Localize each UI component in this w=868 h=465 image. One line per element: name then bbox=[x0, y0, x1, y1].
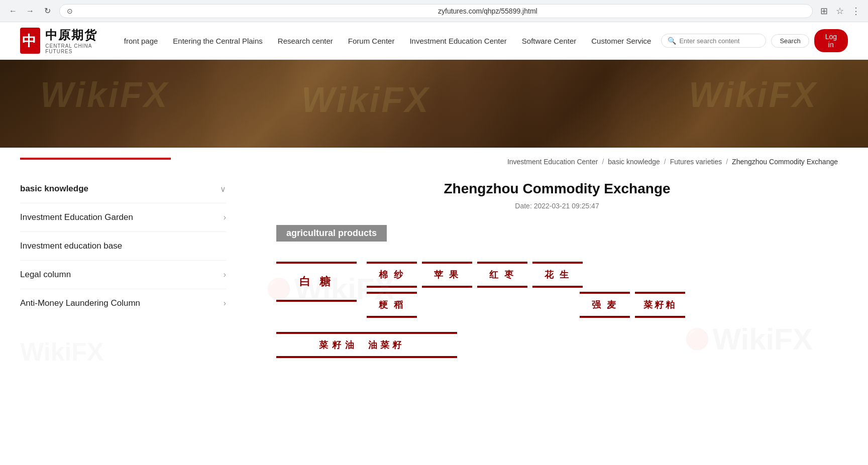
search-input[interactable] bbox=[679, 37, 759, 45]
breadcrumb-basic-knowledge[interactable]: basic knowledge bbox=[608, 158, 660, 166]
product-row-1: 棉 纱 苹 果 红 枣 花 生 bbox=[367, 262, 838, 288]
sidebar-label-basic-knowledge: basic knowledge bbox=[20, 184, 88, 194]
product-card-jingdao: 粳 稻 bbox=[367, 292, 417, 318]
nav-front-page[interactable]: front page bbox=[124, 37, 158, 45]
product-text-huasheng: 花 生 bbox=[545, 269, 571, 281]
nav-investment-education[interactable]: Investment Education Center bbox=[409, 37, 506, 45]
translate-icon[interactable]: ⊞ bbox=[818, 5, 830, 17]
browser-nav-buttons: ← → ↻ bbox=[6, 4, 54, 18]
sidebar-item-investment-garden[interactable]: Investment Education Garden › bbox=[20, 203, 226, 232]
search-button[interactable]: Search bbox=[771, 34, 809, 48]
sidebar-item-investment-base[interactable]: Investment education base bbox=[20, 232, 226, 261]
product-card-pingguo: 苹 果 bbox=[422, 262, 472, 288]
bookmark-icon[interactable]: ☆ bbox=[834, 5, 846, 17]
login-button[interactable]: Log in bbox=[814, 29, 848, 52]
menu-icon[interactable]: ⋮ bbox=[850, 5, 862, 17]
chevron-down-icon: ∨ bbox=[220, 184, 226, 194]
content-watermark-area: 🔴 WikiFX 🔴 WikiFX 白 糖 棉 bbox=[276, 262, 838, 358]
back-button[interactable]: ← bbox=[6, 4, 20, 18]
svg-text:中: 中 bbox=[22, 33, 36, 49]
nav-customer-service[interactable]: Customer Service bbox=[591, 37, 651, 45]
nav-forum[interactable]: Forum Center bbox=[348, 37, 395, 45]
hero-banner: WikiFX WikiFX WikiFX bbox=[0, 60, 868, 148]
chevron-right-icon: › bbox=[224, 213, 226, 222]
chevron-right-icon-legal: › bbox=[224, 270, 226, 279]
breadcrumb-sep-3: / bbox=[726, 158, 728, 166]
search-box: 🔍 bbox=[661, 34, 766, 48]
product-text-hongzao: 红 枣 bbox=[489, 269, 516, 281]
product-text-miansha: 棉 纱 bbox=[379, 269, 405, 281]
search-area: 🔍 Search Log in bbox=[661, 29, 848, 52]
product-bottom-row: 菜籽油 油菜籽 bbox=[276, 332, 838, 358]
main-nav: front page Entering the Central Plains R… bbox=[124, 37, 652, 45]
reload-button[interactable]: ↻ bbox=[40, 4, 54, 18]
sidebar-label-investment-garden: Investment Education Garden bbox=[20, 212, 133, 222]
url-text: zyfutures.com/qhpz/55899.jhtml bbox=[438, 7, 805, 15]
product-card-huasheng: 花 生 bbox=[532, 262, 583, 288]
product-grid: 白 糖 棉 纱 苹 果 红 枣 bbox=[276, 262, 838, 322]
sidebar-item-anti-money[interactable]: Anti-Money Laundering Column › bbox=[20, 289, 226, 317]
sidebar-item-legal[interactable]: Legal column › bbox=[20, 261, 226, 289]
logo-area: 中 中原期货 CENTRAL CHINA FUTURES bbox=[20, 27, 104, 54]
product-col-left: 白 糖 bbox=[276, 262, 357, 322]
nav-research[interactable]: Research center bbox=[278, 37, 333, 45]
product-card-caiziyou: 菜籽油 油菜籽 bbox=[276, 332, 457, 358]
product-text-caiziyou: 菜籽油 bbox=[319, 339, 358, 351]
browser-bar: ← → ↻ ⊙ zyfutures.com/qhpz/55899.jhtml ⊞… bbox=[0, 0, 868, 22]
product-text-pingguo: 苹 果 bbox=[434, 269, 461, 281]
site-header: 中 中原期货 CENTRAL CHINA FUTURES front page … bbox=[0, 22, 868, 60]
main-layout: basic knowledge ∨ Investment Education G… bbox=[0, 148, 868, 449]
logo-en: CENTRAL CHINA FUTURES bbox=[45, 43, 104, 54]
sidebar-item-basic-knowledge[interactable]: basic knowledge ∨ bbox=[20, 175, 226, 203]
logo-cn: 中原期货 bbox=[45, 27, 104, 43]
article-title: Zhengzhou Commodity Exchange bbox=[276, 181, 838, 197]
product-card-hongzao: 红 枣 bbox=[477, 262, 527, 288]
product-card-qiangmai: 强 麦 bbox=[580, 292, 630, 318]
sidebar-red-line bbox=[20, 158, 171, 160]
breadcrumb-current: Zhengzhou Commodity Exchange bbox=[732, 158, 838, 166]
agricultural-section: agricultural products bbox=[276, 225, 838, 252]
breadcrumb: Investment Education Center / basic know… bbox=[276, 158, 838, 166]
sidebar-label-legal: Legal column bbox=[20, 270, 71, 280]
product-card-miansha: 棉 纱 bbox=[367, 262, 417, 288]
sidebar-watermarks: WikiFX bbox=[20, 337, 226, 367]
nav-software[interactable]: Software Center bbox=[522, 37, 576, 45]
sidebar-label-anti-money: Anti-Money Laundering Column bbox=[20, 298, 140, 308]
product-card-baitan: 白 糖 bbox=[276, 262, 357, 302]
content-area: Investment Education Center / basic know… bbox=[246, 148, 868, 449]
address-bar[interactable]: ⊙ zyfutures.com/qhpz/55899.jhtml bbox=[59, 4, 813, 18]
logo-text: 中原期货 CENTRAL CHINA FUTURES bbox=[45, 27, 104, 54]
forward-button[interactable]: → bbox=[23, 4, 37, 18]
section-label-agricultural: agricultural products bbox=[276, 225, 387, 242]
product-row-2: 粳 稻 强 麦 菜籽粕 bbox=[367, 292, 838, 318]
product-card-caizibo: 菜籽粕 bbox=[635, 292, 685, 318]
product-text-caizibo: 菜籽粕 bbox=[643, 299, 677, 311]
breadcrumb-investment-center[interactable]: Investment Education Center bbox=[507, 158, 598, 166]
product-text-baitan: 白 糖 bbox=[299, 274, 334, 289]
product-text-jingdao: 粳 稻 bbox=[379, 299, 405, 311]
article-date: Date: 2022-03-21 09:25:47 bbox=[276, 202, 838, 210]
sidebar-label-investment-base: Investment education base bbox=[20, 241, 122, 251]
nav-entering[interactable]: Entering the Central Plains bbox=[173, 37, 262, 45]
product-text-qiangmai: 强 麦 bbox=[592, 299, 618, 311]
breadcrumb-sep-2: / bbox=[664, 158, 666, 166]
search-icon: 🔍 bbox=[668, 37, 676, 45]
breadcrumb-sep-1: / bbox=[602, 158, 604, 166]
breadcrumb-futures-varieties[interactable]: Futures varieties bbox=[670, 158, 722, 166]
chevron-right-icon-anti-money: › bbox=[224, 299, 226, 308]
product-col-right: 棉 纱 苹 果 红 枣 花 生 bbox=[367, 262, 838, 322]
sidebar: basic knowledge ∨ Investment Education G… bbox=[0, 148, 246, 449]
browser-icons: ⊞ ☆ ⋮ bbox=[818, 5, 862, 17]
logo-icon: 中 bbox=[20, 28, 40, 54]
